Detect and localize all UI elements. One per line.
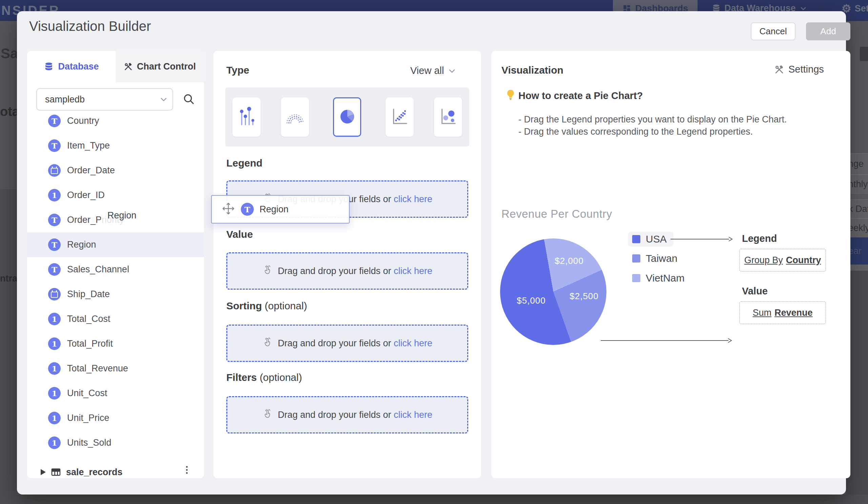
database-icon xyxy=(44,62,54,72)
kebab-menu-icon[interactable] xyxy=(186,466,188,474)
chart-title: Revenue Per Country xyxy=(502,208,612,221)
add-button[interactable]: Add xyxy=(806,22,850,40)
field-item-order_date[interactable]: Order_Date xyxy=(27,158,204,183)
dropzone-text: Drag and drop your fields or click here xyxy=(278,338,432,349)
cancel-button[interactable]: Cancel xyxy=(751,22,796,40)
field-type-icon-text: T xyxy=(48,139,61,152)
drag-hand-icon xyxy=(262,337,273,350)
sidebar-tabs: Database Chart Control xyxy=(27,51,204,82)
background-panel xyxy=(0,494,868,504)
visualization-title: Visualization xyxy=(502,64,564,76)
field-item-item_type[interactable]: TItem_Type xyxy=(27,133,204,158)
table-icon xyxy=(51,467,61,477)
expand-arrow-icon[interactable] xyxy=(41,469,46,475)
legend-color-swatch xyxy=(632,274,640,282)
field-item-sales_channel[interactable]: TSales_Channel xyxy=(27,257,204,282)
drag-hand-icon xyxy=(262,409,273,422)
chevron-down-icon[interactable] xyxy=(159,94,168,105)
sum-revenue-box[interactable]: Sum Revenue xyxy=(739,301,826,324)
field-item-total_cost[interactable]: 1Total_Cost xyxy=(27,306,204,331)
dropzone-value[interactable]: Drag and drop your fields or click here xyxy=(226,252,468,290)
bubble-icon xyxy=(440,105,457,129)
group-by-value: Country xyxy=(786,255,821,265)
field-type-icon-number: 1 xyxy=(48,436,61,449)
chart-type-arc-dots[interactable] xyxy=(281,97,309,137)
field-item-total_revenue[interactable]: 1Total_Revenue xyxy=(27,356,204,381)
pie-legend-item-usa[interactable]: USA xyxy=(628,232,673,246)
tip-lines: - Drag the Legend properties you want to… xyxy=(518,113,787,138)
drag-chip-label: Region xyxy=(259,204,289,215)
table-name-label: sale_records xyxy=(66,467,123,477)
pie-icon xyxy=(339,105,356,129)
field-type-icon-date xyxy=(48,164,61,177)
field-type-icon-number: 1 xyxy=(48,189,61,201)
field-label: Unit_Price xyxy=(67,413,110,423)
lollipop-icon xyxy=(238,105,256,129)
drag-ghost-label: Region xyxy=(101,205,182,225)
field-item-unit_cost[interactable]: 1Unit_Cost xyxy=(27,381,204,406)
legend-color-swatch xyxy=(632,254,640,262)
chart-type-pie[interactable] xyxy=(333,97,361,137)
dropzone-text: Drag and drop your fields or click here xyxy=(278,410,432,420)
value-arrow xyxy=(600,338,733,345)
field-label: Total_Cost xyxy=(67,314,111,324)
click-here-link[interactable]: click here xyxy=(394,266,432,276)
field-type-icon-text: T xyxy=(241,203,254,216)
app-background: NSIDER Dashboards Data Warehouse ⚙ Setti… xyxy=(0,0,868,5)
database-select[interactable]: sampledb xyxy=(36,88,173,111)
arc-dots-icon xyxy=(286,105,304,129)
tip-line: - Drag the values corresponding to the L… xyxy=(518,125,787,138)
dropzone-filters[interactable]: Drag and drop your fields or click here xyxy=(226,396,468,433)
tools-icon xyxy=(124,62,133,71)
move-icon xyxy=(222,202,235,216)
tab-chart-control[interactable]: Chart Control xyxy=(115,51,204,82)
field-list: TCountryTItem_TypeOrder_Date1Order_IDTOr… xyxy=(27,109,204,455)
field-item-country[interactable]: TCountry xyxy=(27,109,204,133)
legend-label: VietNam xyxy=(646,272,685,284)
view-all-button[interactable]: View all xyxy=(410,65,457,76)
field-item-unit_price[interactable]: 1Unit_Price xyxy=(27,406,204,431)
view-all-label: View all xyxy=(410,65,444,76)
legend-label: Taiwan xyxy=(646,253,677,264)
click-here-link[interactable]: click here xyxy=(394,338,432,348)
section-label-sorting: Sorting (optional) xyxy=(226,300,307,312)
tip-title: How to create a Pie Chart? xyxy=(518,90,643,101)
pie-slice-label: $2,000 xyxy=(555,256,584,266)
field-type-icon-number: 1 xyxy=(48,337,61,350)
sum-value: Revenue xyxy=(775,308,813,318)
chart-type-scatter[interactable] xyxy=(385,97,414,137)
settings-label: Settings xyxy=(788,64,824,75)
search-icon[interactable] xyxy=(183,93,195,107)
pie-legend-item-taiwan[interactable]: Taiwan xyxy=(628,251,684,266)
pie-legend-item-vietnam[interactable]: VietNam xyxy=(628,271,692,285)
tab-database-label: Database xyxy=(58,61,99,72)
dropzone-sorting[interactable]: Drag and drop your fields or click here xyxy=(226,325,468,362)
chart-type-bubble[interactable] xyxy=(434,97,462,137)
drag-chip-region[interactable]: T Region xyxy=(211,195,350,223)
field-item-units_sold[interactable]: 1Units_Sold xyxy=(27,431,204,455)
drag-hand-icon xyxy=(262,264,273,278)
click-here-link[interactable]: click here xyxy=(394,410,432,420)
tab-database[interactable]: Database xyxy=(27,51,115,82)
group-by-country-box[interactable]: Group By Country xyxy=(739,249,826,272)
field-type-icon-text: T xyxy=(48,115,61,127)
field-label: Country xyxy=(67,115,99,126)
field-item-order_id[interactable]: 1Order_ID xyxy=(27,183,204,208)
settings-button[interactable]: Settings xyxy=(774,64,824,75)
field-item-total_profit[interactable]: 1Total_Profit xyxy=(27,331,204,356)
click-here-link[interactable]: click here xyxy=(394,194,432,204)
legend-arrow xyxy=(670,236,733,243)
nav-settings-label: Settings xyxy=(855,3,868,14)
field-label: Total_Revenue xyxy=(67,363,128,374)
chart-type-lollipop[interactable] xyxy=(232,97,260,137)
table-item-sale-records[interactable]: sale_records xyxy=(27,462,204,478)
sum-label: Sum xyxy=(753,308,772,318)
pie-slice-label: $2,500 xyxy=(569,291,599,302)
field-type-icon-text: T xyxy=(48,239,61,251)
lightbulb-icon xyxy=(505,89,516,102)
builder-panel: Type View all LegendDrag and drop your f… xyxy=(214,51,481,478)
field-type-icon-number: 1 xyxy=(48,387,61,400)
field-item-ship_date[interactable]: Ship_Date xyxy=(27,282,204,306)
pie-slice-label: $5,000 xyxy=(517,295,546,306)
field-item-region[interactable]: TRegion xyxy=(27,232,204,257)
